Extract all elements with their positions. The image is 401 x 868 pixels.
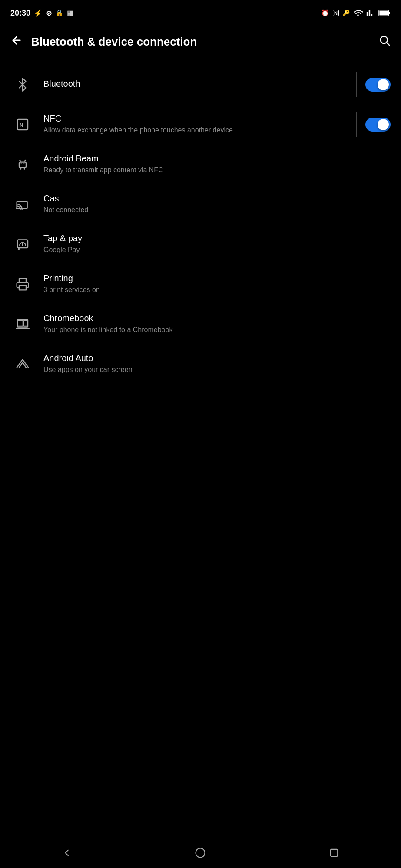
printing-title: Printing — [43, 273, 391, 283]
chromebook-content: Chromebook Your phone is not linked to a… — [43, 313, 391, 335]
bluetooth-title: Bluetooth — [43, 79, 351, 89]
nav-recents-button[interactable] — [321, 840, 347, 866]
android-auto-content: Android Auto Use apps on your car screen — [43, 353, 391, 375]
key-icon: 🔑 — [342, 10, 350, 16]
svg-rect-22 — [18, 320, 23, 326]
nav-back-button[interactable] — [54, 840, 80, 866]
cast-content: Cast Not connected — [43, 194, 391, 215]
setting-item-android-beam[interactable]: Android Beam Ready to transmit app conte… — [0, 145, 401, 184]
tap-pay-icon — [10, 232, 35, 256]
android-beam-icon — [10, 152, 35, 177]
cast-subtitle: Not connected — [43, 205, 391, 215]
nfc-divider — [356, 112, 357, 137]
android-beam-content: Android Beam Ready to transmit app conte… — [43, 154, 391, 175]
svg-line-4 — [387, 43, 389, 45]
android-auto-icon — [10, 352, 35, 376]
nfc-toggle[interactable] — [365, 118, 391, 132]
android-auto-title: Android Auto — [43, 353, 391, 363]
bluetooth-divider — [356, 72, 357, 97]
print-icon — [10, 272, 35, 296]
setting-item-printing[interactable]: Printing 3 print services on — [0, 264, 401, 304]
android-auto-subtitle: Use apps on your car screen — [43, 365, 391, 375]
search-button[interactable] — [378, 34, 391, 49]
setting-item-tap-pay[interactable]: Tap & pay Google Pay — [0, 224, 401, 264]
bluetooth-toggle-area — [356, 72, 391, 97]
svg-rect-18 — [19, 286, 26, 290]
tap-pay-content: Tap & pay Google Pay — [43, 233, 391, 255]
navigation-bar — [0, 837, 401, 868]
tap-pay-title: Tap & pay — [43, 233, 391, 243]
status-time-area: 20:30 ⚡ ⊘ 🔒 ▦ — [10, 9, 73, 18]
svg-point-23 — [196, 848, 205, 857]
blocked-icon: ⊘ — [46, 9, 52, 17]
status-time: 20:30 — [10, 9, 30, 18]
setting-item-nfc[interactable]: N NFC Allow data exchange when the phone… — [0, 105, 401, 145]
nav-home-button[interactable] — [187, 840, 213, 866]
printing-content: Printing 3 print services on — [43, 273, 391, 295]
back-button[interactable] — [10, 34, 23, 49]
chromebook-subtitle: Your phone is not linked to a Chromebook — [43, 325, 391, 335]
android-beam-subtitle: Ready to transmit app content via NFC — [43, 165, 391, 175]
nfc-toggle-area — [356, 112, 391, 137]
nfc-content: NFC Allow data exchange when the phone t… — [43, 114, 351, 135]
setting-item-android-auto[interactable]: Android Auto Use apps on your car screen — [0, 344, 401, 384]
chromebook-title: Chromebook — [43, 313, 391, 323]
svg-rect-21 — [24, 320, 27, 326]
nfc-status-icon: N — [333, 10, 339, 16]
setting-item-bluetooth[interactable]: Bluetooth — [0, 65, 401, 105]
svg-point-9 — [23, 163, 25, 164]
svg-text:N: N — [20, 122, 23, 128]
nfc-title: NFC — [43, 114, 351, 124]
lock-icon: 🔒 — [55, 9, 63, 17]
signal-icon — [366, 8, 375, 18]
tap-pay-subtitle: Google Pay — [43, 245, 391, 255]
bluetooth-toggle[interactable] — [365, 78, 391, 92]
battery-icon — [378, 9, 391, 17]
svg-rect-2 — [379, 11, 388, 15]
svg-rect-1 — [389, 12, 390, 14]
screenshot-icon: ▦ — [67, 9, 73, 17]
cast-title: Cast — [43, 194, 391, 204]
bluetooth-icon — [10, 72, 35, 97]
nfc-subtitle: Allow data exchange when the phone touch… — [43, 125, 351, 135]
header-left: Bluetooth & device connection — [10, 34, 197, 49]
svg-rect-24 — [331, 849, 338, 856]
wifi-icon — [353, 8, 363, 18]
settings-list: Bluetooth N NFC Allow data exchange when… — [0, 59, 401, 389]
setting-item-cast[interactable]: Cast Not connected — [0, 184, 401, 224]
svg-rect-7 — [19, 162, 26, 168]
bluetooth-content: Bluetooth — [43, 79, 351, 91]
status-icons-right: ⏰ N 🔑 — [321, 8, 391, 18]
chromebook-icon — [10, 312, 35, 336]
svg-point-8 — [20, 163, 22, 164]
alarm-icon: ⏰ — [321, 9, 329, 17]
printing-subtitle: 3 print services on — [43, 285, 391, 295]
android-beam-title: Android Beam — [43, 154, 391, 164]
cast-icon — [10, 192, 35, 217]
flash-icon: ⚡ — [34, 9, 43, 17]
svg-line-11 — [24, 160, 26, 161]
svg-point-15 — [16, 207, 18, 209]
setting-item-chromebook[interactable]: Chromebook Your phone is not linked to a… — [0, 304, 401, 344]
svg-line-10 — [20, 160, 21, 161]
nfc-icon: N — [10, 112, 35, 137]
status-bar: 20:30 ⚡ ⊘ 🔒 ▦ ⏰ N 🔑 — [0, 0, 401, 24]
page-title: Bluetooth & device connection — [31, 35, 197, 49]
page-header: Bluetooth & device connection — [0, 24, 401, 59]
